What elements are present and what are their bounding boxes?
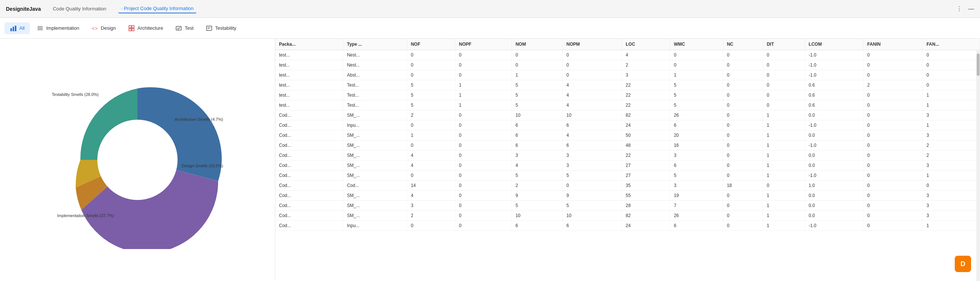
table-row[interactable]: test...Test...5154225000.620 [275, 80, 980, 90]
table-row[interactable]: Cod...SM_...3055287010.003 [275, 201, 980, 211]
table-row[interactable]: Cod...SM_...40995519010.003 [275, 191, 980, 201]
table-row[interactable]: test...Test...5154225000.601 [275, 101, 980, 110]
col-nof[interactable]: NOF [407, 39, 455, 50]
table-cell: 0 [455, 70, 512, 80]
table-row[interactable]: Cod...SM_...0066481601-1.002 [275, 140, 980, 150]
table-cell: 4 [622, 50, 670, 60]
table-cell: 0 [763, 70, 805, 80]
scrollbar-thumb[interactable] [977, 54, 980, 76]
table-cell: 0 [863, 140, 923, 150]
svg-rect-0 [10, 28, 12, 31]
col-loc[interactable]: LOC [622, 39, 670, 50]
table-cell: 0 [723, 50, 763, 60]
toolbar-btn-implementation[interactable]: Implementation [31, 22, 84, 34]
col-package[interactable]: Packa... [275, 39, 343, 50]
svg-rect-13 [207, 26, 212, 30]
design-label: Design Smells (20.5%) [182, 164, 223, 168]
table-cell: Test... [343, 80, 407, 90]
table-cell: Cod... [275, 131, 343, 140]
col-dit[interactable]: DIT [763, 39, 805, 50]
table-row[interactable]: Cod...SM_...10645020010.003 [275, 131, 980, 140]
col-fanout[interactable]: FAN... [923, 39, 980, 50]
table-cell: 0 [863, 171, 923, 180]
table-cell: 55 [622, 191, 670, 201]
table-cell: 2 [407, 110, 455, 120]
tab-project-code-quality[interactable]: · Project Code Quality Information [118, 4, 197, 13]
toolbar-btn-test[interactable]: Test [170, 22, 199, 34]
table-cell: 4 [562, 80, 622, 90]
svg-text:>: > [95, 26, 98, 31]
col-type[interactable]: Type ... [343, 39, 407, 50]
table-cell: 27 [622, 161, 670, 171]
col-nom[interactable]: NOM [512, 39, 562, 50]
table-cell: 1 [455, 101, 512, 110]
minimize-icon[interactable]: — [968, 6, 974, 12]
col-nopf[interactable]: NOPF [455, 39, 512, 50]
table-cell: 0 [562, 50, 622, 60]
svg-point-16 [97, 120, 178, 200]
table-cell: 1 [763, 150, 805, 161]
table-cell: Cod... [275, 150, 343, 161]
table-row[interactable]: Cod...SM_...4043276010.003 [275, 161, 980, 171]
table-cell: 0 [455, 221, 512, 231]
table-cell: 5 [512, 101, 562, 110]
table-cell: SM_... [343, 211, 407, 221]
table-cell: 0 [863, 70, 923, 80]
col-nopm[interactable]: NOPM [562, 39, 622, 50]
table-cell: 0 [863, 150, 923, 161]
toolbar-btn-testability[interactable]: Testability [200, 22, 242, 34]
table-row[interactable]: test...Abst...00103100-1.000 [275, 70, 980, 80]
table-cell: 0 [455, 120, 512, 131]
table-cell: 0 [763, 180, 805, 191]
table-cell: 0 [455, 110, 512, 120]
table-cell: 0 [923, 70, 980, 80]
table-cell: 0.0 [805, 110, 863, 120]
table-area[interactable]: Packa... Type ... NOF NOPF NOM NOPM LOC … [275, 39, 980, 281]
table-cell: 0.6 [805, 101, 863, 110]
table-row[interactable]: Cod...SM_...4033223010.002 [275, 150, 980, 161]
table-row[interactable]: Cod...SM_...2010108226010.003 [275, 110, 980, 120]
toolbar-btn-architecture[interactable]: Architecture [123, 22, 168, 34]
table-cell: 0 [763, 80, 805, 90]
table-cell: 0 [407, 140, 455, 150]
table-cell: 5 [512, 90, 562, 101]
table-cell: 0 [407, 221, 455, 231]
scrollbar-track[interactable] [976, 39, 980, 281]
table-cell: 1 [455, 90, 512, 101]
table-cell: -1.0 [805, 140, 863, 150]
table-row[interactable]: Cod...SM_...005527501-1.001 [275, 171, 980, 180]
col-fanin[interactable]: FANIN [863, 39, 923, 50]
toolbar-btn-design[interactable]: < > Design [86, 22, 121, 34]
table-row[interactable]: Cod...SM_...2010108226010.003 [275, 211, 980, 221]
table-header-row: Packa... Type ... NOF NOPF NOM NOPM LOC … [275, 39, 980, 50]
toolbar-btn-all[interactable]: All [5, 22, 30, 34]
table-cell: -1.0 [805, 171, 863, 180]
chart-icon [10, 24, 17, 32]
table-cell: 0 [863, 201, 923, 211]
col-lcom[interactable]: LCOM [805, 39, 863, 50]
table-cell: 22 [622, 150, 670, 161]
donut-svg [48, 70, 227, 249]
table-cell: 0 [723, 101, 763, 110]
orange-action-button[interactable]: D [955, 256, 971, 272]
table-row[interactable]: Cod...Inpu...006624601-1.001 [275, 120, 980, 131]
table-cell: 0 [863, 101, 923, 110]
more-options-icon[interactable]: ⋮ [956, 5, 962, 12]
table-cell: SM_... [343, 191, 407, 201]
table-row[interactable]: Cod...Cod...140203531801.000 [275, 180, 980, 191]
table-cell: 5 [562, 201, 622, 211]
tab-code-quality[interactable]: Code Quality Information [50, 5, 109, 13]
table-row[interactable]: test...Nest...00004000-1.000 [275, 50, 980, 60]
checkbox-icon [175, 24, 182, 32]
table-cell: 6 [670, 221, 723, 231]
table-cell: 0 [512, 60, 562, 70]
table-row[interactable]: test...Nest...00002000-1.000 [275, 60, 980, 70]
table-cell: 0 [723, 131, 763, 140]
col-wmc[interactable]: WMC [670, 39, 723, 50]
table-cell: 5 [407, 80, 455, 90]
table-cell: -1.0 [805, 60, 863, 70]
table-row[interactable]: Cod...Inpu...006624601-1.001 [275, 221, 980, 231]
col-nc[interactable]: NC [723, 39, 763, 50]
table-cell: test... [275, 50, 343, 60]
table-row[interactable]: test...Test...5154225000.601 [275, 90, 980, 101]
